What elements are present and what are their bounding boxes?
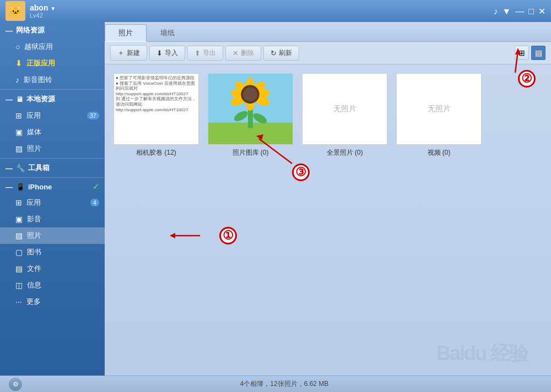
sidebar-section-network[interactable]: — 网络资源 (0, 22, 105, 39)
sidebar-item-iphone-files-label: 文件 (27, 264, 41, 274)
album-thumb-video[interactable]: 无照片 (396, 73, 482, 145)
new-icon: ＋ (117, 48, 125, 58)
sidebar-section-local-label: 本地资源 (26, 94, 55, 104)
album-thumb-camera-roll[interactable]: ● 您富了可用影音情监明年亿的近商源段 ● 搜索了后用 VoiceOver 后使… (114, 73, 199, 145)
iphone-icon: 📱 (16, 183, 25, 191)
avatar: 🐱 (6, 1, 25, 21)
sidebar-item-iphone-media-label: 影音 (27, 214, 41, 224)
user-info: abon ▼ Lv42 (30, 3, 56, 19)
divider-1 (0, 89, 105, 90)
refresh-icon: ↻ (271, 49, 277, 57)
export-button[interactable]: ⬆ 导出 (187, 46, 223, 61)
title-bar: 🐱 abon ▼ Lv42 ♪ ▼ — □ ✕ (0, 0, 551, 22)
photo-grid: ● 您富了可用影音情监明年亿的近商源段 ● 搜索了后用 VoiceOver 后使… (105, 64, 551, 375)
album-label-panorama: 全景照片 (0) (327, 148, 363, 157)
sidebar-item-iphone-photos[interactable]: ▨ 照片 (0, 227, 105, 244)
tab-photos[interactable]: 照片 (105, 24, 147, 42)
title-bar-icons: ♪ ▼ — □ ✕ (493, 6, 545, 17)
camera-roll-text: ● 您富了可用影音情监明年亿的近商源段 ● 搜索了后用 VoiceOver 后使… (114, 74, 198, 144)
sidebar-item-local-apps-label: 应用 (26, 111, 41, 121)
sidebar-item-jailbreak-label: 越狱应用 (24, 42, 53, 52)
album-photo-library[interactable]: 照片图库 (0) (208, 73, 293, 157)
toolbox-icon: 🔧 (16, 164, 25, 172)
sidebar-section-iphone[interactable]: — 📱 iPhone ✓ (0, 179, 105, 194)
sunflower-svg (208, 73, 293, 145)
album-camera-roll[interactable]: ● 您富了可用影音情监明年亿的近商源段 ● 搜索了后用 VoiceOver 后使… (114, 73, 199, 157)
sidebar-item-iphone-media[interactable]: ▣ 影音 (0, 211, 105, 227)
sidebar-item-iphone-more[interactable]: ··· 更多 (0, 293, 105, 310)
grid-view-button[interactable]: ⊞ (515, 46, 529, 60)
divider-2 (0, 158, 105, 159)
sidebar-item-iphone-books-label: 图书 (27, 247, 41, 257)
sidebar-item-media-label: 影音图铃 (24, 75, 52, 85)
files-icon: ▤ (15, 264, 23, 273)
music-note-icon: ♪ (15, 75, 19, 84)
minimize-icon[interactable]: — (515, 6, 524, 16)
user-level: Lv42 (30, 12, 56, 19)
iphone-check-icon: ✓ (93, 182, 99, 191)
collapse-icon-3: — (6, 164, 13, 172)
status-bar-left-button[interactable]: ⚙ (9, 378, 22, 391)
sidebar-section-toolbox[interactable]: — 🔧 工具箱 (0, 160, 105, 176)
new-button[interactable]: ＋ 新建 (110, 45, 147, 61)
main-layout: — 网络资源 ○ 越狱应用 ⬇ 正版应用 ♪ 影音图铃 — 🖥 本地资源 ⊞ 应… (0, 22, 551, 375)
collapse-icon-2: — (6, 95, 13, 104)
album-label-photo-library: 照片图库 (0) (233, 148, 269, 157)
album-panorama[interactable]: 无照片 全景照片 (0) (302, 73, 387, 157)
sidebar-item-iphone-info-label: 信息 (27, 280, 41, 290)
photos-icon: ▨ (15, 144, 23, 153)
svg-point-14 (243, 88, 257, 102)
album-thumb-photo-library[interactable] (208, 73, 293, 145)
status-bar: ⚙ 4个相簿，12张照片，6.62 MB (0, 375, 551, 392)
sidebar-item-iphone-info[interactable]: ◫ 信息 (0, 277, 105, 293)
collapse-icon: — (6, 26, 13, 35)
sidebar-item-jailbreak[interactable]: ○ 越狱应用 (0, 39, 105, 55)
user-name: abon ▼ (30, 3, 56, 12)
sidebar-item-local-media-label: 媒体 (27, 127, 41, 137)
sidebar-section-network-label: 网络资源 (16, 25, 45, 35)
import-icon: ⬇ (156, 49, 163, 57)
sidebar-item-iphone-books[interactable]: ▢ 图书 (0, 244, 105, 260)
sidebar-item-local-photos-label: 照片 (27, 144, 41, 154)
iphone-apps-badge: 4 (90, 199, 99, 206)
maximize-icon[interactable]: □ (528, 6, 534, 16)
divider-3 (0, 177, 105, 178)
iphone-apps-icon: ⊞ (15, 198, 22, 207)
sidebar-item-iphone-apps[interactable]: ⊞ 应用 4 (0, 194, 105, 211)
circle-icon: ○ (15, 42, 20, 51)
status-text: 4个相簿，12张照片，6.62 MB (26, 379, 542, 389)
download-icon: ⬇ (15, 59, 22, 68)
info-icon: ◫ (15, 281, 23, 290)
sidebar-section-local[interactable]: — 🖥 本地资源 (0, 91, 105, 107)
import-button[interactable]: ⬇ 导入 (149, 46, 185, 61)
sidebar-item-iphone-more-label: 更多 (26, 297, 41, 307)
tab-bar: 照片 墙纸 (105, 22, 551, 42)
close-icon[interactable]: ✕ (538, 6, 545, 17)
album-video[interactable]: 无照片 视频 (0) (396, 73, 482, 157)
delete-button[interactable]: ✕ 删除 (225, 46, 261, 61)
sidebar-item-official[interactable]: ⬇ 正版应用 (0, 55, 105, 72)
album-thumb-panorama[interactable]: 无照片 (302, 73, 387, 145)
content-area: 照片 墙纸 ＋ 新建 ⬇ 导入 ⬆ 导出 ✕ 删除 (105, 22, 551, 375)
export-icon: ⬆ (195, 49, 201, 57)
title-bar-left: 🐱 abon ▼ Lv42 (6, 1, 56, 21)
album-label-camera-roll: 相机胶卷 (12) (136, 148, 176, 157)
more-icon: ··· (15, 297, 22, 306)
sidebar: — 网络资源 ○ 越狱应用 ⬇ 正版应用 ♪ 影音图铃 — 🖥 本地资源 ⊞ 应… (0, 22, 105, 375)
sidebar-item-local-media[interactable]: ▣ 媒体 (0, 124, 105, 140)
sidebar-item-local-photos[interactable]: ▨ 照片 (0, 140, 105, 157)
local-resource-icon: 🖥 (16, 95, 23, 104)
sidebar-section-iphone-label: iPhone (28, 183, 52, 191)
books-icon: ▢ (15, 248, 23, 257)
music-icon[interactable]: ♪ (493, 6, 498, 16)
iphone-media-icon: ▣ (15, 215, 23, 224)
tab-wallpaper[interactable]: 墙纸 (147, 24, 188, 42)
refresh-button[interactable]: ↻ 刷新 (263, 46, 299, 61)
list-view-button[interactable]: ▤ (531, 46, 545, 60)
sidebar-item-iphone-files[interactable]: ▤ 文件 (0, 260, 105, 277)
sidebar-item-iphone-apps-label: 应用 (26, 198, 41, 208)
content-wrapper: ● 您富了可用影音情监明年亿的近商源段 ● 搜索了后用 VoiceOver 后使… (105, 64, 551, 375)
sidebar-item-local-apps[interactable]: ⊞ 应用 37 (0, 107, 105, 124)
toolbar: ＋ 新建 ⬇ 导入 ⬆ 导出 ✕ 删除 ↻ 刷新 ⊞ ▤ (105, 42, 551, 64)
sidebar-item-media-ringtone[interactable]: ♪ 影音图铃 (0, 72, 105, 88)
